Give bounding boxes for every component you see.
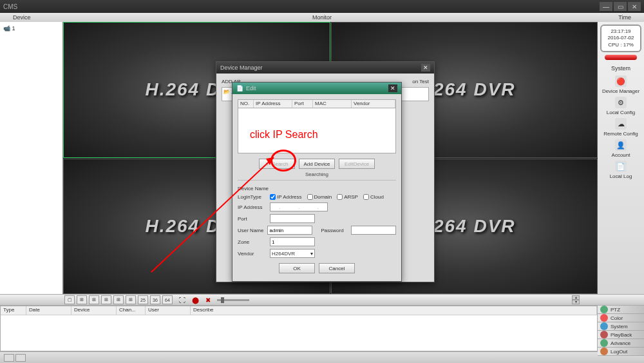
layout-16-button[interactable]: ⊞: [126, 295, 136, 304]
side-icon: 📄: [615, 161, 627, 172]
vendor-select[interactable]: H264DVR▾: [270, 249, 315, 258]
right-panel: 23:17:19 2016-07-02 CPU : 17% System 🔴De…: [598, 22, 644, 294]
col-device[interactable]: Device: [71, 306, 117, 315]
add-device-button[interactable]: Add Device: [299, 159, 335, 169]
tree-root[interactable]: 📹 1: [2, 24, 61, 33]
layout-64-button[interactable]: 64: [162, 295, 173, 304]
edit-close-button[interactable]: ✕: [388, 84, 397, 92]
col-channel[interactable]: Chan...: [117, 306, 146, 315]
disconnect-icon[interactable]: ✖: [203, 295, 213, 304]
tab-system[interactable]: System: [598, 322, 644, 331]
tab-label: Color: [611, 315, 623, 321]
tab-ptz[interactable]: PTZ: [598, 306, 644, 314]
annotation-text: click IP Search: [250, 129, 318, 141]
edit-ok-button[interactable]: OK: [279, 263, 315, 273]
tab-advance[interactable]: Advance: [598, 339, 644, 348]
clock-time: 23:17:19: [603, 28, 639, 35]
dm-close-button[interactable]: ✕: [421, 64, 430, 72]
side-button-account[interactable]: 👤Account: [601, 139, 640, 158]
password-label: Password: [321, 228, 351, 233]
edit-cancel-button[interactable]: Cancel: [319, 263, 355, 273]
opt-cloud[interactable]: Cloud: [363, 194, 384, 200]
layout-4-button[interactable]: ⊞: [77, 295, 87, 304]
tab-playback[interactable]: PlayBack: [598, 331, 644, 339]
tab-label: LogOut: [611, 349, 627, 355]
col-type[interactable]: Type: [1, 306, 26, 315]
maximize-button[interactable]: ▭: [614, 2, 627, 11]
device-grid-header: NO. IP Address Port MAC Vendor: [238, 99, 396, 108]
status-btn-2[interactable]: [15, 354, 26, 362]
side-label: Remote Config: [603, 131, 638, 137]
opt-domain[interactable]: Domain: [307, 194, 332, 200]
close-button[interactable]: ✕: [628, 2, 641, 11]
edit-title: Edit: [246, 85, 256, 92]
side-button-local-log[interactable]: 📄Local Log: [601, 161, 640, 179]
minimize-button[interactable]: —: [600, 2, 612, 11]
device-name-label: Device Name: [238, 186, 270, 191]
ip-field[interactable]: ...: [270, 202, 328, 211]
menu-time[interactable]: Time: [425, 13, 631, 22]
tab-icon: [600, 331, 608, 338]
searching-label: Searching: [238, 172, 396, 177]
app-title: CMS: [3, 3, 598, 10]
col-describe[interactable]: Describe: [191, 306, 597, 315]
scroll-down-button[interactable]: ▾: [572, 300, 580, 304]
layout-9-button[interactable]: ⊞: [113, 295, 124, 304]
layout-8-button[interactable]: ⊞: [101, 295, 111, 304]
username-label: User Name: [238, 228, 267, 233]
menu-device[interactable]: Device: [13, 13, 219, 22]
port-field[interactable]: [270, 214, 315, 223]
layout-1-button[interactable]: ▢: [64, 295, 75, 304]
tab-label: PlayBack: [611, 332, 632, 338]
right-tabs: PTZColorSystemPlayBackAdvanceLogOut: [598, 306, 644, 351]
side-button-remote-config[interactable]: ☁Remote Config: [601, 118, 640, 137]
opt-arsp[interactable]: ARSP: [337, 194, 358, 200]
layout-6-button[interactable]: ⊞: [89, 295, 99, 304]
col-date[interactable]: Date: [26, 306, 71, 315]
col-vendor[interactable]: Vendor: [352, 100, 395, 108]
dm-conn-test[interactable]: on Test: [412, 79, 429, 84]
clock-cpu: CPU : 17%: [603, 42, 639, 48]
side-icon: 🔴: [615, 75, 627, 87]
volume-slider[interactable]: [217, 299, 249, 301]
dm-titlebar[interactable]: Device Manager ✕: [216, 62, 434, 74]
clock-box: 23:17:19 2016-07-02 CPU : 17%: [600, 25, 641, 52]
col-port[interactable]: Port: [292, 100, 313, 108]
password-field[interactable]: [351, 226, 396, 235]
ip-label: IP Address: [238, 204, 270, 210]
menu-monitor[interactable]: Monitor: [219, 13, 425, 22]
side-icon: 👤: [615, 139, 627, 151]
annotation-circle: [270, 150, 296, 172]
tab-icon: [600, 339, 608, 347]
tab-icon: [600, 314, 608, 322]
col-no[interactable]: NO.: [238, 100, 254, 108]
scroll-up-button[interactable]: ▴: [572, 295, 580, 300]
col-mac[interactable]: MAC: [313, 100, 352, 108]
layout-36-button[interactable]: 36: [150, 295, 160, 304]
side-label: Local Log: [610, 173, 632, 179]
status-btn-1[interactable]: [4, 354, 14, 362]
dm-title: Device Manager: [220, 64, 263, 71]
username-field[interactable]: [267, 226, 312, 235]
event-log-header: Type Date Device Chan... User Describe: [1, 306, 597, 315]
opt-ip[interactable]: IP Address: [270, 194, 302, 200]
tab-color[interactable]: Color: [598, 314, 644, 322]
layout-25-button[interactable]: 25: [138, 295, 148, 304]
zone-field[interactable]: [270, 237, 315, 246]
login-type-label: LoginType: [238, 194, 270, 200]
side-label: Device Manager: [602, 88, 639, 94]
tab-icon: [600, 306, 608, 313]
port-label: Port: [238, 216, 270, 222]
side-button-device-manager[interactable]: 🔴Device Manager: [601, 75, 640, 94]
bottom-row: Type Date Device Chan... User Describe P…: [0, 306, 644, 351]
fullscreen-icon[interactable]: ⛶: [177, 295, 187, 304]
tab-logout[interactable]: LogOut: [598, 348, 644, 356]
side-icon: ☁: [615, 118, 627, 130]
vendor-label: Vendor: [238, 251, 270, 257]
side-button-local-config[interactable]: ⚙Local Config: [601, 97, 640, 115]
edit-device-button[interactable]: EditDevice: [339, 159, 375, 169]
col-ip[interactable]: IP Address: [254, 100, 292, 108]
edit-titlebar[interactable]: 📄 Edit ✕: [232, 83, 401, 94]
col-user[interactable]: User: [146, 306, 191, 315]
connect-icon[interactable]: ⬤: [190, 295, 200, 304]
